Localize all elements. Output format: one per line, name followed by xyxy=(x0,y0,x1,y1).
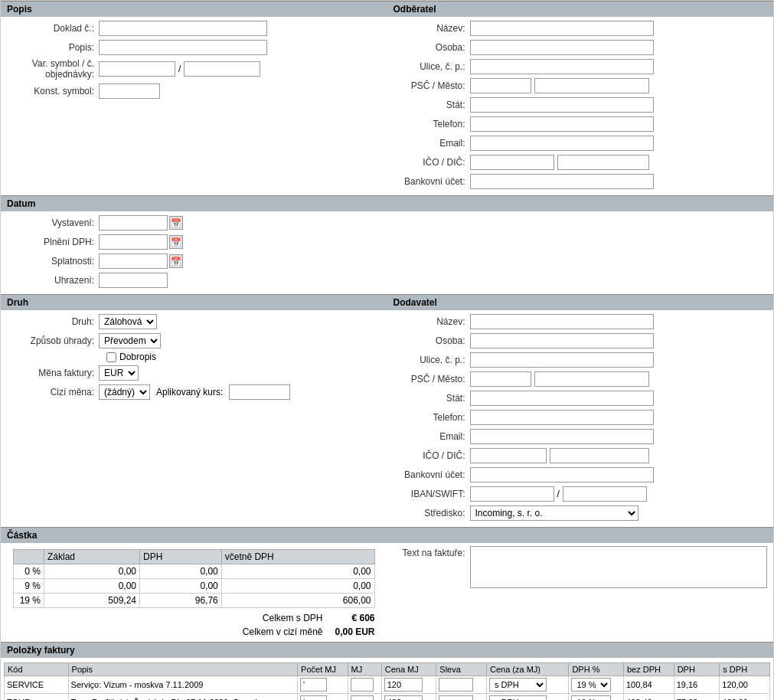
odb-dic-input[interactable] xyxy=(557,155,649,170)
dod-swift-input[interactable] xyxy=(563,486,647,502)
amount-dph: 0,00 xyxy=(140,564,222,579)
odb-stat-input[interactable]: w xyxy=(470,97,654,113)
amount-row: 9 % 0,00 0,00 0,00 xyxy=(14,579,375,594)
splatnosti-label: Splatnosti: xyxy=(7,256,99,267)
druh-select[interactable]: Zálohová xyxy=(99,314,157,329)
item-kod: SERVICE xyxy=(5,676,69,694)
dod-nazev-input[interactable]: Incoming, s. r. o. xyxy=(470,314,654,329)
items-table: Kód Popis Počet MJ MJ Cena MJ Sleva Cena… xyxy=(4,662,770,700)
iban-separator: / xyxy=(557,489,560,499)
vystaveni-calendar-icon[interactable]: 📅 xyxy=(169,216,183,230)
odb-osoba-input[interactable]: dsfad f xyxy=(470,40,654,55)
pocet-col-header: Počet MJ xyxy=(298,663,348,676)
odb-ico-input[interactable] xyxy=(470,155,554,170)
odb-ico-label: IČO / DIČ: xyxy=(394,157,470,168)
popis-input[interactable] xyxy=(99,40,267,55)
celkem-s-dph-label: Celkem s DPH xyxy=(263,613,323,623)
odb-email-label: Email: xyxy=(394,138,470,149)
amount-row: 0 % 0,00 0,00 0,00 xyxy=(14,564,375,579)
dod-nazev-label: Název: xyxy=(394,316,470,327)
var-symbol-label: Var. symbol / č. objednávky: xyxy=(7,58,99,80)
dod-email-input[interactable]: info@incoming.cz xyxy=(470,429,654,444)
dod-telefon-label: Telefon: xyxy=(394,412,470,423)
odb-telefon-input[interactable]: +421 xyxy=(470,116,654,132)
plneni-dph-label: Plnění DPH: xyxy=(7,237,99,247)
aplikovany-kurs-input[interactable]: ' xyxy=(229,384,290,400)
dod-psc-input[interactable]: 160 00 xyxy=(470,371,531,387)
item-popis: Tour: Po Jižních Čechách. Dia 07.11.2009… xyxy=(68,694,298,701)
dod-telefon-input[interactable]: +420 497 597 xyxy=(470,410,654,425)
odb-email-input[interactable]: admin@web-revolution.cz xyxy=(470,136,654,151)
item-row[interactable]: SERVICE Serviço: Vizum - moskva 7.11.200… xyxy=(5,676,770,694)
zaklad-col-header: Základ xyxy=(44,550,140,564)
datum-section-header: Datum xyxy=(1,195,773,211)
odb-bank-input[interactable] xyxy=(470,174,654,189)
dod-bank-input[interactable]: 0565641327/0100 xyxy=(470,467,654,482)
item-mj xyxy=(348,676,381,694)
odb-ulice-label: Ulice, č. p.: xyxy=(394,61,470,72)
odb-nazev-label: Název: xyxy=(394,23,470,34)
amount-zaklad: 0,00 xyxy=(44,579,140,594)
dph-pct-col-header: DPH % xyxy=(569,663,624,676)
vystaveni-input[interactable]: 06.11.2009 xyxy=(99,215,168,231)
pct-col-header xyxy=(14,550,44,564)
item-mj xyxy=(348,694,381,701)
dod-email-label: Email: xyxy=(394,431,470,442)
item-dph-pct[interactable]: 19 % xyxy=(569,694,624,701)
item-dph-pct[interactable]: 19 % xyxy=(569,676,624,694)
amount-pct: 0 % xyxy=(14,564,44,579)
odb-psc-input[interactable]: f xyxy=(470,78,531,93)
dod-osoba-label: Osoba: xyxy=(394,335,470,346)
dod-osoba-input[interactable]: František Veselý xyxy=(470,333,654,348)
dobropis-checkbox[interactable] xyxy=(106,352,116,362)
dod-psc-label: PSČ / Město: xyxy=(394,374,470,384)
odb-stat-label: Stát: xyxy=(394,100,470,110)
dod-dic-input[interactable]: CZ4897494164 xyxy=(550,448,649,463)
dod-stat-input[interactable]: Česká Republika xyxy=(470,391,654,406)
celkem-v-cizi-value: 0,00 EUR xyxy=(329,626,375,637)
dod-ico-label: IČO / DIČ: xyxy=(394,450,470,461)
amount-dph: 96,76 xyxy=(140,594,222,608)
odb-ulice-input[interactable]: w xyxy=(470,59,654,74)
item-row[interactable]: TOUR Tour: Po Jižních Čechách. Dia 07.11… xyxy=(5,694,770,701)
sleva-col-header: Sleva xyxy=(436,663,487,676)
doklad-input[interactable]: IG0100165 xyxy=(99,21,267,36)
celkem-v-cizi-row: Celkem v cizí měně 0,00 EUR xyxy=(7,625,381,639)
splatnosti-calendar-icon[interactable]: 📅 xyxy=(169,254,183,268)
konst-symbol-input[interactable]: 0008 xyxy=(99,83,160,99)
zpusob-uhrady-select[interactable]: Převodem xyxy=(99,333,161,348)
dodavatel-section-header: Dodavatel xyxy=(387,295,774,310)
plneni-dph-calendar-icon[interactable]: 📅 xyxy=(169,235,183,249)
var-symbol-input2[interactable]: 10225 xyxy=(184,61,260,77)
splatnosti-input[interactable]: 20.11.2009 xyxy=(99,254,168,269)
mena-select[interactable]: EUR xyxy=(99,365,139,381)
dph-col-header: DPH xyxy=(674,663,720,676)
s-dph-col-header: s DPH xyxy=(720,663,770,676)
var-symbol-input[interactable]: 0000207 xyxy=(99,61,175,77)
popis-label: Popis: xyxy=(7,42,99,53)
odb-nazev-input[interactable] xyxy=(470,21,654,36)
dod-mesto-input[interactable]: Praha 6 xyxy=(534,371,649,387)
cena-mj-col-header: Cena MJ xyxy=(381,663,436,676)
plneni-dph-input[interactable]: 06.11.2009 xyxy=(99,234,168,250)
item-cena-za-mj[interactable]: s DPH xyxy=(486,676,568,694)
mena-label: Měna faktury: xyxy=(7,368,99,378)
dod-ico-input[interactable]: 4897494164 xyxy=(470,448,547,463)
item-dph: 19,16 xyxy=(674,676,720,694)
amount-vcetne: 606,00 xyxy=(221,594,374,608)
text-na-fakture-input[interactable] xyxy=(470,546,768,588)
dod-stredisko-select[interactable]: Incoming, s. r. o. xyxy=(470,505,638,521)
dod-ulice-input[interactable]: Bořislavka 144 xyxy=(470,352,654,368)
item-pocet xyxy=(298,676,348,694)
cizi-mena-select[interactable]: (žádný) xyxy=(99,384,150,400)
uhrazeni-input[interactable] xyxy=(99,273,168,288)
druh-section-header: Druh xyxy=(1,295,387,310)
odb-mesto-input[interactable]: e xyxy=(534,78,649,93)
polozky-section-header: Položky faktury xyxy=(1,642,773,658)
odb-telefon-label: Telefon: xyxy=(394,119,470,129)
dod-iban-input[interactable] xyxy=(470,486,554,502)
item-cena-za-mj[interactable]: s DPH xyxy=(486,694,568,701)
amount-vcetne: 0,00 xyxy=(221,579,374,594)
odb-bank-label: Bankovní účet: xyxy=(394,176,470,187)
amount-vcetne: 0,00 xyxy=(221,564,374,579)
